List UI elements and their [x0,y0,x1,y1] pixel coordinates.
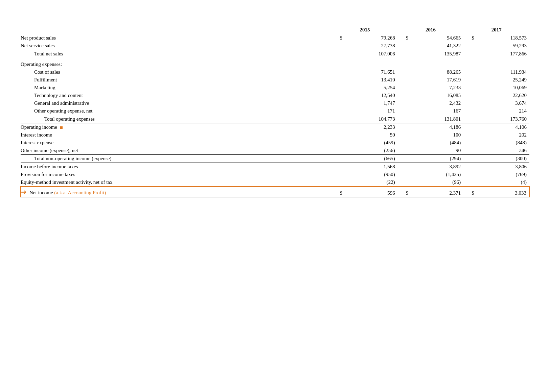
table-row: Net service sales27,73841,32259,293 [21,42,529,50]
value-y2: 3,033 [476,187,529,198]
value-y0: 50 [344,131,397,139]
dollar-sign-1 [398,131,410,139]
financial-table: 2015 2016 2017 Net product sales$79,268$… [20,24,530,198]
dollar-sign-2 [463,171,475,178]
value-y0: 1,568 [344,163,397,171]
dollar-sign-2 [463,76,475,84]
value-y2: 111,934 [476,68,529,76]
row-label: Net product sales [21,34,332,42]
value-y1: (1,425) [410,171,463,178]
value-y0: 596 [344,187,397,198]
value-y2: 25,249 [476,76,529,84]
value-y1 [410,58,463,69]
table-row: Provision for income taxes(950)(1,425)(7… [21,171,529,178]
dollar-sign-1 [398,155,410,163]
value-y2: 173,760 [476,115,529,123]
dollar-sign-2 [463,147,475,155]
value-y2: 3,674 [476,99,529,107]
row-label: Equity-method investment activity, net o… [21,178,332,187]
value-y0 [344,58,397,69]
table-row: Income before income taxes1,5683,8923,80… [21,163,529,171]
value-y2: 214 [476,107,529,115]
table-row: Other operating expense, net171167214 [21,107,529,115]
row-label: Income before income taxes [21,163,332,171]
dollar-sign-0: $ [332,34,344,42]
row-label: Cost of sales [21,68,332,76]
dollar-sign-2 [463,92,475,99]
row-label: Provision for income taxes [21,171,332,178]
value-y1: 94,665 [410,34,463,42]
dollar-sign-0 [332,50,344,58]
value-y0: 171 [344,107,397,115]
dollar-sign-1 [398,42,410,50]
value-y0: (22) [344,178,397,187]
dollar-sign-0 [332,139,344,147]
dollar-sign-0 [332,155,344,163]
net-income-label: Net income [29,190,54,195]
value-y0: 13,410 [344,76,397,84]
value-y0: (665) [344,155,397,163]
table-row: Interest expense(459)(484)(848) [21,139,529,147]
dollar-sign-2 [463,163,475,171]
dollar-sign-0 [332,115,344,123]
year-2016: 2016 [398,26,464,34]
value-y0: (459) [344,139,397,147]
value-y2: 22,620 [476,92,529,99]
dollar-sign-2 [463,84,475,92]
value-y1: 131,801 [410,115,463,123]
value-y1: 2,432 [410,99,463,107]
dollar-sign-0 [332,178,344,187]
dollar-sign-2 [463,178,475,187]
value-y0: 104,773 [344,115,397,123]
row-label: Total operating expenses [21,115,332,123]
table-row: Interest income50100202 [21,131,529,139]
dollar-sign-2 [463,123,475,131]
dollar-sign-1 [398,171,410,178]
dollar-sign-0 [332,42,344,50]
value-y2: 59,293 [476,42,529,50]
dollar-sign-2 [463,107,475,115]
table-row: Total non-operating income (expense)(665… [21,155,529,163]
dollar-sign-0 [332,123,344,131]
dollar-sign-1 [398,58,410,69]
dollar-sign-0 [332,131,344,139]
table-row: Fulfillment13,41017,61925,249 [21,76,529,84]
row-label: Total net sales [21,50,332,58]
row-label: Interest income [21,131,332,139]
value-y1: 88,265 [410,68,463,76]
value-y1: 7,233 [410,84,463,92]
value-y0: 12,540 [344,92,397,99]
value-y2: 4,106 [476,123,529,131]
dollar-sign-2 [463,58,475,69]
dollar-sign-1 [398,115,410,123]
value-y0: 79,268 [344,34,397,42]
dollar-sign-2 [463,50,475,58]
dollar-sign-1 [398,50,410,58]
orange-dot [60,126,63,129]
table-row: Technology and content12,54016,08522,620 [21,92,529,99]
dollar-sign-2 [463,155,475,163]
value-y1: 41,322 [410,42,463,50]
row-label: Interest expense [21,139,332,147]
dollar-sign-0 [332,68,344,76]
dollar-sign-1 [398,99,410,107]
row-label: General and administrative [21,99,332,107]
dollar-sign-1 [398,163,410,171]
value-y1: (484) [410,139,463,147]
table-row: Net product sales$79,268$94,665$118,573 [21,34,529,42]
value-y1: (96) [410,178,463,187]
table-row: Marketing5,2547,23310,069 [21,84,529,92]
value-y1: 135,987 [410,50,463,58]
row-label: Total non-operating income (expense) [21,155,332,163]
value-y1: (294) [410,155,463,163]
year-2017: 2017 [463,26,529,34]
dollar-sign-1 [398,123,410,131]
value-y1: 167 [410,107,463,115]
value-y0: 71,651 [344,68,397,76]
value-y2: (4) [476,178,529,187]
table-row: General and administrative1,7472,4323,67… [21,99,529,107]
table-row: Operating expenses: [21,58,529,69]
value-y0: 5,254 [344,84,397,92]
value-y2: 10,069 [476,84,529,92]
value-y1: 3,892 [410,163,463,171]
